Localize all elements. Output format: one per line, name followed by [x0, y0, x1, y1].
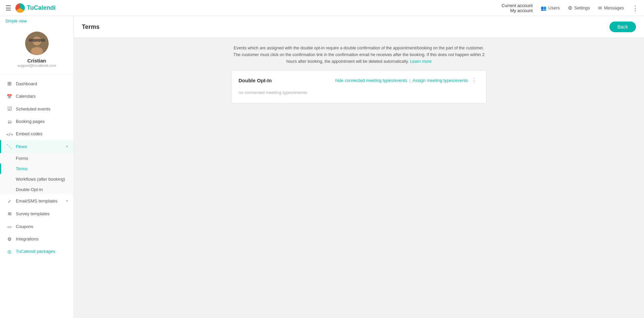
sidebar-item-integrations[interactable]: Integrations	[0, 233, 73, 245]
settings-nav-item[interactable]: Settings	[568, 5, 590, 11]
sidebar-item-embed-label: Embed codes	[16, 131, 68, 136]
dashboard-icon	[6, 81, 12, 87]
avatar-image	[25, 32, 49, 55]
avatar	[25, 32, 49, 55]
double-optin-card: Double Opt-In hide connected meeting typ…	[231, 70, 486, 103]
logo-text: TuCalendi	[27, 4, 56, 11]
current-account: Current account My account	[501, 3, 533, 13]
user-profile: Cristian support@tucalendi.com	[0, 26, 73, 75]
sidebar-item-booking-label: Booking pages	[16, 119, 68, 124]
navbar: ☰ TuCalendi Current account My account U…	[0, 0, 644, 16]
info-text: Events which are assigned with the doubl…	[233, 46, 485, 64]
learn-more-link[interactable]: Learn more	[410, 59, 431, 64]
sidebar-item-embed-codes[interactable]: Embed codes	[0, 128, 73, 140]
settings-icon	[568, 5, 572, 11]
sidebar-item-dashboard[interactable]: Dashboard	[0, 77, 73, 90]
sidebar-item-packages-label: TuCalendi packages	[16, 249, 68, 254]
sidebar-item-scheduled-label: Scheduled events	[16, 106, 68, 111]
current-account-label: Current account	[501, 3, 533, 8]
sidebar-navigation: Dashboard Calendars Scheduled events Boo…	[0, 75, 73, 318]
content-header: Terms Back	[74, 16, 644, 38]
sidebar-item-flows[interactable]: Flows ▾	[0, 140, 73, 153]
email-sms-chevron-icon: ▾	[66, 199, 68, 203]
calendars-icon	[6, 93, 12, 99]
navbar-right: Current account My account Users Setting…	[501, 3, 639, 13]
messages-label: Messages	[604, 5, 624, 10]
svg-point-5	[39, 41, 40, 42]
sidebar-item-email-label: Email/SMS templates	[16, 198, 63, 203]
back-button[interactable]: Back	[609, 21, 636, 32]
card-actions: hide connected meeting types/events | As…	[335, 76, 479, 85]
card-menu-icon[interactable]: ⋮	[469, 76, 479, 85]
content-body: Events which are assigned with the doubl…	[74, 38, 644, 110]
card-links: hide connected meeting types/events | As…	[335, 78, 468, 83]
coupons-icon	[6, 224, 12, 229]
sidebar-item-flows-label: Flows	[16, 144, 63, 149]
sidebar-item-survey-label: Survey templates	[16, 211, 68, 216]
email-sms-icon	[6, 198, 12, 204]
sidebar-item-tucalendi-packages[interactable]: TuCalendi packages	[0, 245, 73, 258]
content-area: Terms Back Events which are assigned wit…	[74, 16, 644, 318]
sidebar-item-booking-pages[interactable]: Booking pages	[0, 115, 73, 128]
integrations-icon	[6, 236, 12, 242]
link-separator: |	[409, 78, 410, 83]
sidebar-subitem-workflows[interactable]: Workflows (after booking)	[0, 174, 73, 184]
main-layout: Simple view Cristian support@tucalendi.	[0, 16, 644, 318]
users-nav-item[interactable]: Users	[541, 5, 560, 11]
sidebar-item-integrations-label: Integrations	[16, 236, 68, 241]
svg-rect-3	[29, 39, 45, 42]
info-banner: Events which are assigned with the doubl…	[231, 45, 486, 65]
more-icon[interactable]: ⋮	[632, 4, 639, 12]
user-name: Cristian	[28, 58, 46, 63]
sidebar-item-calendars[interactable]: Calendars	[0, 90, 73, 102]
sidebar-item-survey-templates[interactable]: Survey templates	[0, 207, 73, 220]
embed-codes-icon	[6, 131, 12, 137]
messages-nav-item[interactable]: Messages	[598, 5, 624, 11]
svg-point-2	[31, 47, 43, 55]
flows-icon	[6, 143, 12, 150]
sidebar-item-email-sms[interactable]: Email/SMS templates ▾	[0, 195, 73, 207]
flows-submenu: Forms Terms Workflows (after booking) Do…	[0, 153, 73, 195]
card-title: Double Opt-In	[238, 78, 272, 83]
sidebar: Simple view Cristian support@tucalendi.	[0, 16, 74, 318]
logo-icon	[15, 3, 25, 13]
assign-link[interactable]: Assign meeting types/events	[413, 78, 468, 83]
sidebar-subitem-double-optin[interactable]: Double Opt-In	[0, 184, 73, 195]
settings-label: Settings	[574, 5, 590, 10]
page-title: Terms	[82, 24, 100, 31]
sidebar-subitem-terms[interactable]: Terms	[0, 164, 73, 174]
navbar-left: ☰ TuCalendi	[5, 3, 56, 13]
sidebar-item-coupons-label: Coupons	[16, 224, 68, 229]
hamburger-icon[interactable]: ☰	[5, 4, 11, 12]
sidebar-item-coupons[interactable]: Coupons	[0, 220, 73, 233]
sidebar-item-dashboard-label: Dashboard	[16, 81, 68, 86]
scheduled-events-icon	[6, 106, 12, 112]
logo[interactable]: TuCalendi	[15, 3, 56, 13]
flows-chevron-icon: ▾	[66, 144, 68, 149]
account-name: My account	[510, 8, 532, 13]
user-email: support@tucalendi.com	[17, 63, 56, 67]
sidebar-item-calendars-label: Calendars	[16, 94, 68, 99]
hide-connected-link[interactable]: hide connected meeting types/events	[335, 78, 407, 83]
packages-icon	[6, 248, 12, 254]
survey-icon	[6, 211, 12, 217]
simple-view-link[interactable]: Simple view	[0, 16, 73, 26]
card-empty-message: no connected meeting types/events	[238, 87, 479, 98]
card-header: Double Opt-In hide connected meeting typ…	[238, 76, 479, 85]
users-label: Users	[548, 5, 560, 10]
users-icon	[541, 5, 546, 11]
messages-icon	[598, 5, 602, 11]
sidebar-item-scheduled-events[interactable]: Scheduled events	[0, 102, 73, 115]
svg-point-4	[34, 41, 35, 42]
booking-pages-icon	[6, 119, 12, 124]
sidebar-subitem-forms[interactable]: Forms	[0, 153, 73, 164]
